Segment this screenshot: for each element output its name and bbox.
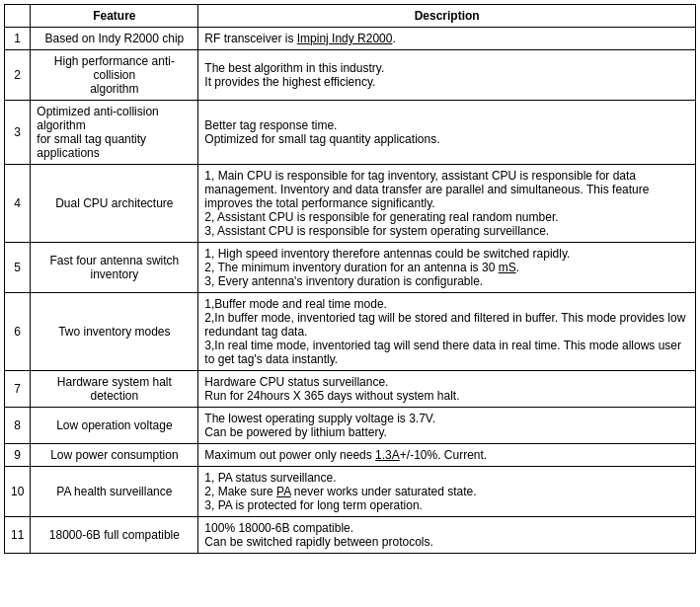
feature-table: Feature Description 1Based on Indy R2000… [4,4,696,554]
feature-cell: High performance anti-collisionalgorithm [31,50,198,101]
table-row: 10PA health surveillance1, PA status sur… [5,467,696,517]
description-cell: Hardware CPU status surveillance.Run for… [198,371,696,408]
description-cell: Better tag response time.Optimized for s… [198,101,696,165]
table-row: 2High performance anti-collisionalgorith… [5,50,696,101]
feature-cell: PA health surveillance [31,467,198,517]
table-row: 4Dual CPU architecture1, Main CPU is res… [5,165,696,243]
feature-cell: Low operation voltage [31,408,198,444]
table-row: 6Two inventory modes1,Buffer mode and re… [5,293,696,371]
row-number: 1 [5,28,31,50]
feature-cell: Fast four antenna switch inventory [31,243,198,293]
description-cell: RF transceiver is Impinj Indy R2000. [198,28,696,50]
row-number: 8 [5,408,31,444]
table-row: 5Fast four antenna switch inventory1, Hi… [5,243,696,293]
row-number: 2 [5,50,31,101]
table-row: 1118000-6B full compatible100% 18000-6B … [5,517,696,554]
feature-cell: Two inventory modes [31,293,198,371]
description-cell: 1, Main CPU is responsible for tag inven… [198,165,696,243]
row-number: 5 [5,243,31,293]
table-row: 1Based on Indy R2000 chipRF transceiver … [5,28,696,50]
feature-cell: Optimized anti-collision algorithmfor sm… [31,101,198,165]
feature-cell: Based on Indy R2000 chip [31,28,198,50]
row-number: 11 [5,517,31,554]
row-number: 9 [5,444,31,467]
description-cell: Maximum out power only needs 1.3A+/-10%.… [198,444,696,467]
table-row: 7Hardware system halt detectionHardware … [5,371,696,408]
description-cell: 1,Buffer mode and real time mode.2,In bu… [198,293,696,371]
description-cell: The lowest operating supply voltage is 3… [198,408,696,444]
row-number: 3 [5,101,31,165]
feature-cell: Low power consumption [31,444,198,467]
table-row: 8Low operation voltageThe lowest operati… [5,408,696,444]
table-row: 3Optimized anti-collision algorithmfor s… [5,101,696,165]
col-header-description: Description [198,5,696,28]
row-number: 10 [5,467,31,517]
table-row: 9Low power consumptionMaximum out power … [5,444,696,467]
row-number: 6 [5,293,31,371]
row-number: 7 [5,371,31,408]
feature-cell: 18000-6B full compatible [31,517,198,554]
main-container: Feature Description 1Based on Indy R2000… [0,0,700,558]
description-cell: The best algorithm in this industry.It p… [198,50,696,101]
feature-cell: Hardware system halt detection [31,371,198,408]
col-header-num [5,5,31,28]
col-header-feature: Feature [31,5,198,28]
feature-cell: Dual CPU architecture [31,165,198,243]
description-cell: 1, PA status surveillance.2, Make sure P… [198,467,696,517]
row-number: 4 [5,165,31,243]
description-cell: 1, High speed inventory therefore antenn… [198,243,696,293]
description-cell: 100% 18000-6B compatible.Can be switched… [198,517,696,554]
